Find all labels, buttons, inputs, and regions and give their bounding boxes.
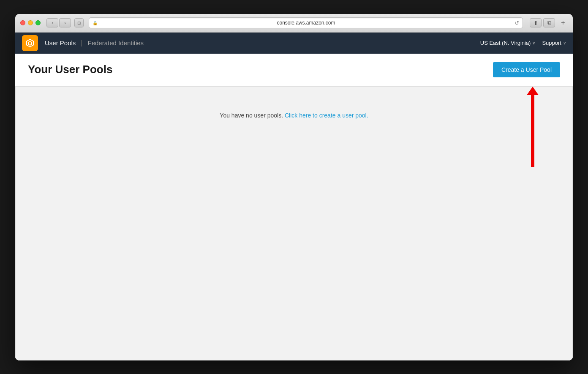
duplicate-button[interactable]: ⧉ xyxy=(543,18,555,27)
create-user-pool-link[interactable]: Click here to create a user pool. xyxy=(285,112,368,119)
aws-navbar: User Pools | Federated Identities US Eas… xyxy=(15,33,573,54)
aws-app: User Pools | Federated Identities US Eas… xyxy=(15,33,573,360)
aws-logo xyxy=(22,35,38,51)
share-button[interactable]: ⬆ xyxy=(530,18,542,27)
lock-icon: 🔒 xyxy=(93,21,98,25)
support-chevron-icon: ∨ xyxy=(563,41,566,45)
nav-separator: | xyxy=(81,39,82,47)
create-user-pool-button[interactable]: Create a User Pool xyxy=(493,62,560,77)
new-tab-icon: + xyxy=(561,19,565,27)
share-icon: ⬆ xyxy=(534,20,538,26)
duplicate-icon: ⧉ xyxy=(547,19,551,26)
nav-links: User Pools | Federated Identities xyxy=(45,39,480,47)
main-content: Your User Pools Create a User Pool You h… xyxy=(15,54,573,360)
support-selector[interactable]: Support ∨ xyxy=(542,40,566,46)
cognito-icon xyxy=(25,38,35,48)
empty-state-message: You have no user pools. Click here to cr… xyxy=(220,112,368,119)
region-label: US East (N. Virginia) xyxy=(480,40,531,46)
page-header: Your User Pools Create a User Pool xyxy=(15,54,573,86)
close-button[interactable] xyxy=(20,20,25,25)
browser-window: ‹ › ⊡ 🔒 console.aws.amazon.com ↺ ⬆ ⧉ + xyxy=(15,14,573,360)
support-label: Support xyxy=(542,40,561,46)
content-area: You have no user pools. Click here to cr… xyxy=(15,86,573,360)
forward-icon: › xyxy=(64,20,66,25)
back-icon: ‹ xyxy=(52,20,53,25)
url-text: console.aws.amazon.com xyxy=(100,20,512,26)
arrow-shaft xyxy=(531,95,534,167)
arrow-head xyxy=(527,87,539,95)
new-tab-button[interactable]: + xyxy=(558,18,568,27)
forward-button[interactable]: › xyxy=(59,18,71,27)
window-mode-icon: ⊡ xyxy=(77,21,81,25)
federated-identities-nav-link[interactable]: Federated Identities xyxy=(88,39,144,46)
nav-right: US East (N. Virginia) ∨ Support ∨ xyxy=(480,40,566,46)
arrow-annotation xyxy=(527,87,539,167)
browser-titlebar: ‹ › ⊡ 🔒 console.aws.amazon.com ↺ ⬆ ⧉ + xyxy=(15,14,573,33)
back-button[interactable]: ‹ xyxy=(46,18,58,27)
window-mode-button[interactable]: ⊡ xyxy=(74,18,84,27)
region-selector[interactable]: US East (N. Virginia) ∨ xyxy=(480,40,536,46)
region-chevron-icon: ∨ xyxy=(532,41,535,45)
maximize-button[interactable] xyxy=(35,20,41,25)
address-bar[interactable]: 🔒 console.aws.amazon.com ↺ xyxy=(89,17,523,28)
page-title: Your User Pools xyxy=(28,63,112,76)
browser-actions: ⬆ ⧉ xyxy=(530,18,555,27)
user-pools-nav-link[interactable]: User Pools xyxy=(45,39,76,46)
empty-state-text: You have no user pools. xyxy=(220,112,283,119)
nav-buttons: ‹ › xyxy=(46,18,71,27)
minimize-button[interactable] xyxy=(28,20,33,25)
reload-button[interactable]: ↺ xyxy=(514,20,519,26)
traffic-lights xyxy=(20,20,41,25)
